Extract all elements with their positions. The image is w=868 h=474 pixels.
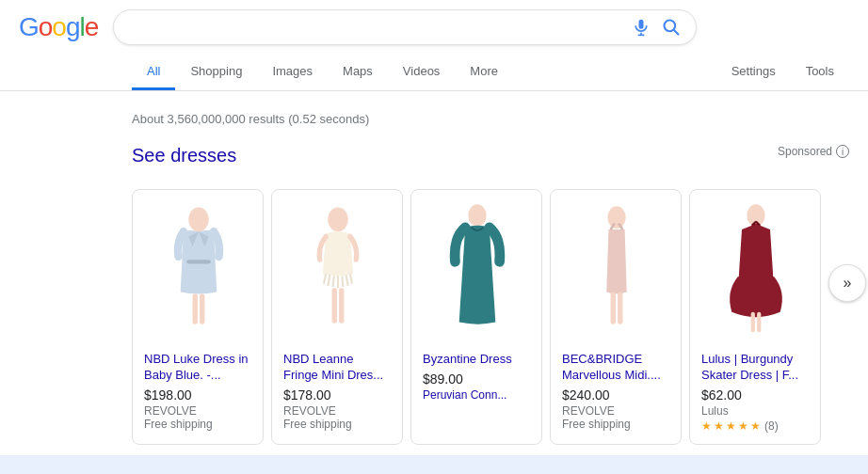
product-title-3: Byzantine Dress <box>423 352 530 368</box>
microphone-icon[interactable] <box>632 18 651 37</box>
product-price-2: $178.00 <box>283 387 391 403</box>
product-image-3 <box>423 201 532 342</box>
product-card-5[interactable]: Lulus | Burgundy Skater Dress | F... $62… <box>689 189 821 445</box>
nav-tabs: All Shopping Images Maps Videos More <box>132 55 513 90</box>
google-logo: Google <box>19 12 98 42</box>
product-image-1 <box>144 201 253 342</box>
search-icon[interactable] <box>662 18 681 37</box>
product-seller-4: REVOLVE <box>562 404 669 418</box>
tab-all[interactable]: All <box>132 55 175 90</box>
dress-svg-2 <box>283 201 393 342</box>
svg-rect-31 <box>757 312 761 332</box>
products-grid: NBD Luke Dress in Baby Blue. -... $198.0… <box>132 189 821 445</box>
dress-svg-4 <box>562 201 671 342</box>
products-section: NBD Luke Dress in Baby Blue. -... $198.0… <box>132 189 849 445</box>
sponsored-info-icon[interactable]: i <box>836 145 849 158</box>
svg-point-11 <box>328 207 347 231</box>
star-half: ★ <box>750 419 761 433</box>
product-price-5: $62.00 <box>701 387 809 403</box>
product-price-3: $89.00 <box>423 371 530 387</box>
svg-line-13 <box>328 275 330 286</box>
bottom-bar <box>0 455 868 474</box>
product-card-4[interactable]: BEC&BRIDGE Marvellous Midi.... $240.00 R… <box>550 189 682 445</box>
product-title-2: NBD Leanne Fringe Mini Dres... <box>283 352 391 384</box>
search-input[interactable]: dresses <box>129 19 632 36</box>
tab-settings[interactable]: Settings <box>716 55 791 90</box>
results-count: About 3,560,000,000 results (0.52 second… <box>132 103 849 126</box>
product-seller-5: Lulus <box>701 404 809 418</box>
product-image-2 <box>283 201 393 342</box>
svg-point-27 <box>747 204 764 227</box>
svg-point-7 <box>188 207 208 231</box>
svg-rect-9 <box>193 294 198 324</box>
dress-svg-3 <box>423 201 532 342</box>
products-header: See dresses Sponsored i <box>132 145 849 180</box>
product-image-4 <box>562 201 671 342</box>
next-arrow-button[interactable]: » <box>828 264 866 302</box>
search-icons <box>632 18 681 37</box>
product-card-3[interactable]: Byzantine Dress $89.00 Peruvian Conn... <box>410 189 542 445</box>
product-seller-2: REVOLVE <box>283 404 391 418</box>
product-card-2[interactable]: NBD Leanne Fringe Mini Dres... $178.00 R… <box>271 189 403 445</box>
svg-line-18 <box>350 274 352 284</box>
product-card-1[interactable]: NBD Luke Dress in Baby Blue. -... $198.0… <box>132 189 264 445</box>
product-shipping-4: Free shipping <box>562 418 669 431</box>
svg-rect-10 <box>200 294 204 324</box>
svg-rect-20 <box>339 288 344 324</box>
svg-line-14 <box>333 276 334 287</box>
rating-count-5: (8) <box>764 419 779 433</box>
tab-maps[interactable]: Maps <box>328 55 388 90</box>
svg-line-17 <box>346 275 348 286</box>
svg-point-22 <box>607 206 625 229</box>
product-shipping-1: Free shipping <box>144 418 251 431</box>
product-price-1: $198.00 <box>144 387 251 403</box>
product-title-4: BEC&BRIDGE Marvellous Midi.... <box>562 352 669 384</box>
star-4: ★ <box>738 419 748 433</box>
svg-rect-19 <box>332 288 337 324</box>
svg-point-21 <box>468 204 486 227</box>
see-dresses-title: See dresses <box>132 145 236 166</box>
nav-right: Settings Tools <box>716 55 849 90</box>
tab-shopping[interactable]: Shopping <box>175 55 257 90</box>
svg-line-16 <box>342 276 343 287</box>
product-seller-3: Peruvian Conn... <box>423 388 530 402</box>
tab-tools[interactable]: Tools <box>791 55 849 90</box>
svg-rect-8 <box>186 260 211 263</box>
product-shipping-2: Free shipping <box>283 418 391 431</box>
main-content: About 3,560,000,000 results (0.52 second… <box>0 91 868 464</box>
svg-rect-0 <box>639 20 644 29</box>
product-seller-1: REVOLVE <box>144 404 251 418</box>
sponsored-badge: Sponsored i <box>778 145 849 158</box>
header-top: Google dresses <box>19 9 849 55</box>
dress-svg-5 <box>701 201 811 342</box>
svg-rect-30 <box>751 312 755 332</box>
svg-rect-26 <box>618 292 622 324</box>
nav-row: All Shopping Images Maps Videos More Set… <box>19 55 849 90</box>
star-1: ★ <box>701 419 712 433</box>
search-bar: dresses <box>113 9 697 45</box>
product-title-5: Lulus | Burgundy Skater Dress | F... <box>701 352 809 384</box>
product-title-1: NBD Luke Dress in Baby Blue. -... <box>144 352 251 384</box>
star-3: ★ <box>726 419 736 433</box>
svg-line-12 <box>324 274 326 284</box>
svg-rect-25 <box>611 292 616 324</box>
sponsored-label: Sponsored <box>778 145 832 158</box>
product-price-4: $240.00 <box>562 387 669 403</box>
star-rating-5: ★ ★ ★ ★ ★ (8) <box>701 419 809 433</box>
star-2: ★ <box>714 419 724 433</box>
tab-images[interactable]: Images <box>257 55 328 90</box>
tab-videos[interactable]: Videos <box>388 55 456 90</box>
tab-more[interactable]: More <box>455 55 513 90</box>
product-image-5 <box>701 201 811 342</box>
dress-svg-1 <box>144 201 253 342</box>
svg-line-6 <box>674 30 679 35</box>
header: Google dresses <box>0 0 868 91</box>
